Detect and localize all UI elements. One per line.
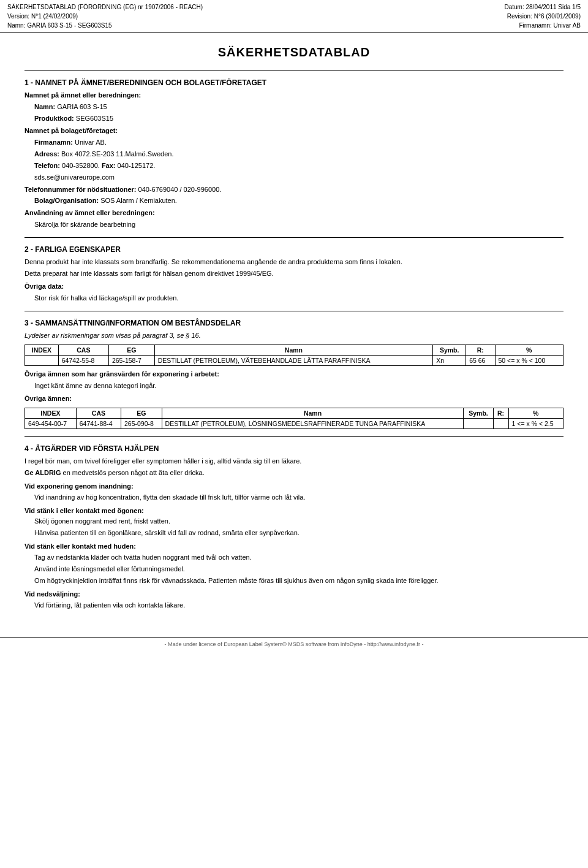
section-3: 3 - SAMMANSÄTTNING/INFORMATION OM BESTÅN… [24, 319, 564, 429]
s4-text1: I regel bör man, om tvivel föreligger el… [24, 457, 564, 466]
table-header-row: INDEX CAS EG Namn Symb. R: % [25, 345, 564, 355]
s1-subsection-name: Namnet på ämnet eller beredningen: [24, 91, 564, 101]
section-2: 2 - FARLIGA EGENSKAPER Denna produkt har… [24, 245, 564, 303]
s1-anvandning-value: Skärolja för skärande bearbetning [34, 220, 564, 230]
s3-ovriga-exp-text: Inget känt ämne av denna kategori ingår. [34, 381, 564, 391]
s1-produktkod: Produktkod: SEG603S15 [34, 114, 564, 124]
s4-nedsvaljning-heading: Vid nedsväljning: [24, 590, 564, 600]
s2-ovriga-text: Stor risk för halka vid läckage/spill av… [34, 294, 564, 303]
table-row: 64742-55-8265-158-7DESTILLAT (PETROLEUM)… [25, 355, 564, 365]
header-name: Namn: GARIA 603 S-15 - SEG603S15 [7, 21, 203, 30]
th-eg: EG [108, 345, 154, 355]
s2-ovriga-heading: Övriga data: [24, 282, 564, 292]
footer-text: - Made under licence of European Label S… [165, 641, 424, 647]
s1-bolag: Bolag/Organisation: SOS Alarm / Kemiakut… [34, 196, 564, 206]
th2-symb: Symb. [464, 408, 493, 418]
section-2-heading: 2 - FARLIGA EGENSKAPER [24, 245, 564, 254]
header-version: Version: N°1 (24/02/2009) [7, 12, 203, 21]
s3-table1-wrapper: INDEX CAS EG Namn Symb. R: % 64742-55-82… [24, 345, 564, 366]
main-content: SÄKERHETSDATABLAD 1 - NAMNET PÅ ÄMNET/BE… [0, 33, 588, 625]
th-namn: Namn [154, 345, 433, 355]
main-title: SÄKERHETSDATABLAD [24, 45, 564, 59]
s4-stank-hud-heading: Vid stänk eller kontakt med huden: [24, 542, 564, 552]
th-symb: Symb. [433, 345, 466, 355]
th2-namn: Namn [162, 408, 464, 418]
s2-text2: Detta preparat har inte klassats som far… [24, 269, 564, 279]
s2-text1: Denna produkt har inte klassats som bran… [24, 257, 564, 267]
s4-nedsvaljning-text: Vid förtäring, låt patienten vila och ko… [34, 601, 564, 611]
s1-web: sds.se@univareurope.com [34, 173, 564, 183]
th-index: INDEX [25, 345, 59, 355]
table2-header-row: INDEX CAS EG Namn Symb. R: % [25, 408, 564, 418]
section-1: 1 - NAMNET PÅ ÄMNET/BEREDNINGEN OCH BOLA… [24, 78, 564, 230]
th2-pct: % [508, 408, 563, 418]
th2-cas: CAS [76, 408, 121, 418]
th-r: R: [466, 345, 495, 355]
s1-nod-heading: Telefonnummer för nödsituationer: 040-67… [24, 185, 564, 195]
header-left: SÄKERHETSDATABLAD (FÖRORDNING (EG) nr 19… [7, 2, 203, 30]
s4-exp-inandning-text: Vid inandning av hög koncentration, flyt… [34, 493, 564, 503]
table-row: 649-454-00-764741-88-4265-090-8DESTILLAT… [25, 418, 564, 428]
th-pct: % [495, 345, 564, 355]
th2-index: INDEX [25, 408, 77, 418]
header-revision: Revision: N°6 (30/01/2009) [504, 12, 581, 21]
s1-anvandning-heading: Användning av ämnet eller beredningen: [24, 208, 564, 218]
divider-1 [24, 70, 564, 71]
s4-stank-oga-text1: Skölj ögonen noggrant med rent, friskt v… [34, 517, 564, 527]
th2-r: R: [493, 408, 508, 418]
section-4-heading: 4 - ÅTGÄRDER VID FÖRSTA HJÄLPEN [24, 444, 564, 453]
header-company: Firmanamn: Univar AB [504, 21, 581, 30]
section-1-heading: 1 - NAMNET PÅ ÄMNET/BEREDNINGEN OCH BOLA… [24, 78, 564, 87]
s1-namn: Namn: GARIA 603 S-15 [34, 102, 564, 112]
divider-4 [24, 436, 564, 437]
s1-telefon: Telefon: 040-352800. Fax: 040-125172. [34, 161, 564, 171]
s3-table2: INDEX CAS EG Namn Symb. R: % 649-454-00-… [24, 408, 564, 429]
footer-bar: - Made under licence of European Label S… [0, 637, 588, 651]
header-date: Datum: 28/04/2011 Sida 1/5 [504, 2, 581, 12]
s4-text2: Ge ALDRIG en medvetslös person något att… [24, 468, 564, 478]
header-title: SÄKERHETSDATABLAD (FÖRORDNING (EG) nr 19… [7, 2, 203, 12]
divider-3 [24, 311, 564, 311]
header-bar: SÄKERHETSDATABLAD (FÖRORDNING (EG) nr 19… [0, 0, 588, 33]
s1-firmanamn: Firmanamn: Univar AB. [34, 138, 564, 148]
th-cas: CAS [58, 345, 108, 355]
header-right: Datum: 28/04/2011 Sida 1/5 Revision: N°6… [504, 2, 581, 30]
s3-ovriga-amnen-heading: Övriga ämnen: [24, 394, 564, 404]
s3-lydelse: Lydelser av riskmeningar som visas på pa… [24, 331, 564, 341]
th2-eg: EG [121, 408, 162, 418]
divider-2 [24, 237, 564, 238]
section-3-heading: 3 - SAMMANSÄTTNING/INFORMATION OM BESTÅN… [24, 319, 564, 327]
s3-ovriga-exp-heading: Övriga ämnen som har gränsvärden för exp… [24, 370, 564, 379]
s4-stank-hud-text1: Tag av nedstänkta kläder och tvätta hude… [34, 553, 564, 563]
s4-stank-hud-text3: Om högtryckinjektion inträffat finns ris… [34, 576, 564, 586]
s1-subsection-company: Namnet på bolaget/företaget: [24, 126, 564, 136]
section-4: 4 - ÅTGÄRDER VID FÖRSTA HJÄLPEN I regel … [24, 444, 564, 611]
s4-stank-hud-text2: Använd inte lösningsmedel eller förtunni… [34, 565, 564, 574]
s3-table2-wrapper: INDEX CAS EG Namn Symb. R: % 649-454-00-… [24, 408, 564, 429]
s4-exp-inandning-heading: Vid exponering genom inandning: [24, 482, 564, 492]
s4-stank-oga-heading: Vid stänk i eller kontakt med ögonen: [24, 506, 564, 516]
s3-table1: INDEX CAS EG Namn Symb. R: % 64742-55-82… [24, 345, 564, 366]
s1-adress: Adress: Box 4072.SE-203 11.Malmö.Sweden. [34, 150, 564, 159]
s4-stank-oga-text2: Hänvisa patienten till en ögonläkare, sä… [34, 528, 564, 538]
